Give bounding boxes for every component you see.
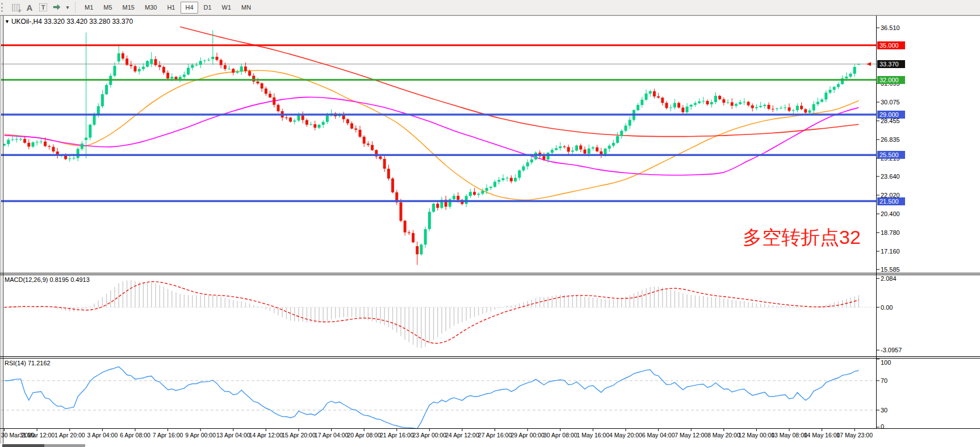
price-level-badge: 32.000	[877, 76, 905, 84]
time-axis-label: 1 Apr 20:00	[55, 432, 85, 438]
chart-annotation: 多空转折点32	[743, 225, 861, 251]
price-axis-tick: 15.585	[881, 266, 900, 273]
rsi-axis-tick: 0	[881, 423, 884, 430]
dropdown-arrow-icon[interactable]: ▾	[64, 2, 71, 13]
time-axis-label: 1 May 16:00	[576, 432, 609, 438]
rsi-axis-tick: 30	[881, 407, 887, 414]
price-axis-tick: 30.075	[881, 99, 900, 106]
time-axis-label: 6 Apr 08:00	[120, 432, 150, 438]
text-box-icon[interactable]: T	[37, 2, 49, 13]
grid-icon-f-label: F	[19, 9, 22, 14]
price-axis-tick: 26.835	[881, 136, 900, 143]
toolbar-separator	[75, 2, 76, 12]
time-axis-label: 23 Apr 00:00	[413, 432, 447, 438]
timeframe-buttons: M1M5M15M30H1H4D1W1MN	[79, 2, 256, 14]
price-axis-tick: 36.510	[881, 24, 900, 31]
tf-button-h1[interactable]: H1	[162, 2, 179, 14]
macd-axis-tick: 2.084	[881, 275, 897, 282]
time-axis-label: 29 Apr 00:00	[510, 432, 545, 438]
chart-symbol-title: ▼UKOil-,H4 33.320 33.420 33.280 33.370	[5, 18, 133, 26]
time-axis-label: 9 Apr 00:00	[185, 432, 216, 438]
time-axis-label: 20 Apr 08:00	[347, 432, 381, 438]
h-scrollbar-thumb[interactable]	[2, 444, 44, 447]
price-axis-tick: 20.400	[881, 210, 900, 217]
mt4-window: F A T ▾ M1M5M15M30H1H4D1W1MN ▼UKOil-,H4 …	[0, 0, 980, 447]
tf-button-d1[interactable]: D1	[199, 2, 216, 14]
toolbar-drag-handle[interactable]	[1, 3, 7, 12]
macd-axis-tick: 0.00	[881, 304, 893, 311]
h-scrollbar-track[interactable]	[44, 444, 85, 447]
collapse-arrow-icon[interactable]: ▼	[5, 19, 10, 24]
time-axis-label: 14 Apr 12:00	[249, 432, 283, 438]
price-axis-tick: 18.780	[881, 229, 900, 236]
time-axis-label: 4 May 20:00	[609, 432, 642, 438]
time-axis-label: 21 Apr 16:00	[380, 432, 414, 438]
grid-period-icon[interactable]: F	[10, 2, 22, 13]
macd-label: MACD(12,26,9) 0.8195 0.4913	[5, 276, 90, 283]
price-level-badge: 25.500	[877, 151, 905, 159]
price-level-badge: 21.500	[877, 197, 905, 205]
time-axis-label: 17 May 23:00	[836, 432, 873, 438]
time-axis-label: 12 May 00:00	[739, 432, 775, 438]
time-axis-label: 27 Apr 16:00	[478, 432, 512, 438]
price-level-badge: 33.370	[877, 60, 905, 68]
tf-button-h4[interactable]: H4	[181, 2, 198, 14]
tf-button-m15[interactable]: M15	[118, 2, 139, 14]
rsi-label: RSI(14) 71.2162	[5, 360, 51, 366]
time-axis-label: 30 Apr 08:00	[543, 432, 577, 438]
tf-button-mn[interactable]: MN	[237, 2, 256, 14]
time-axis-label: 13 May 08:00	[771, 432, 807, 438]
tf-button-w1[interactable]: W1	[217, 2, 236, 14]
symbol-period: UKOil-,H4	[11, 18, 42, 26]
time-axis-label: 17 Apr 04:00	[315, 432, 349, 438]
tf-button-m1[interactable]: M1	[80, 2, 98, 14]
cycle-arrows-glyph	[53, 4, 61, 11]
time-axis-label: 31 Mar 12:00	[19, 432, 55, 438]
time-axis-label: 8 May 20:00	[707, 432, 740, 438]
text-label-icon[interactable]: A	[23, 2, 36, 13]
time-axis-label: 15 Apr 20:00	[282, 432, 316, 438]
axis-labels-layer: 36.51031.69530.07528.45526.83525.21523.6…	[0, 0, 980, 447]
tf-button-m30[interactable]: M30	[140, 2, 161, 14]
ohlc-values: 33.320 33.420 33.280 33.370	[44, 18, 133, 26]
time-axis-label: 7 Apr 16:00	[153, 432, 183, 438]
price-axis-tick: 17.160	[881, 248, 900, 255]
time-axis-label: 14 May 16:00	[804, 432, 840, 438]
cycle-colors-icon[interactable]	[51, 2, 63, 13]
toolbar: F A T ▾ M1M5M15M30H1H4D1W1MN	[0, 0, 980, 15]
price-level-badge: 35.000	[877, 41, 905, 49]
time-axis-label: 24 Apr 12:00	[445, 432, 479, 438]
price-axis-tick: 23.640	[881, 173, 900, 180]
time-axis-label: 7 May 12:00	[675, 432, 707, 438]
rsi-axis-tick: 70	[881, 377, 887, 384]
tf-button-m5[interactable]: M5	[99, 2, 116, 14]
time-axis-label: 13 Apr 04:00	[216, 432, 250, 438]
rsi-axis-tick: 100	[881, 359, 891, 366]
price-level-badge: 29.000	[877, 111, 905, 119]
macd-axis-tick: -3.0957	[881, 347, 902, 353]
time-axis-label: 6 May 04:00	[642, 432, 675, 438]
time-axis-label: 3 Apr 04:00	[87, 432, 118, 438]
